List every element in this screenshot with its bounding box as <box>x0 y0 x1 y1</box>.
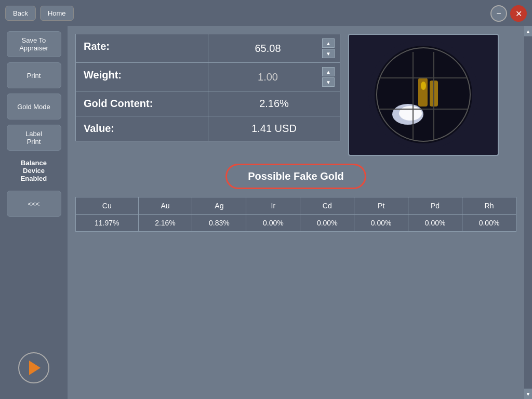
window-controls: − ✕ <box>490 5 527 22</box>
measurements-table: Rate: 65.08 ▲ ▼ Weight: 1.00 ▲ ▼ <box>75 34 340 141</box>
save-to-appraiser-button[interactable]: Save ToAppraiser <box>7 31 61 57</box>
gold-content-label: Gold Content: <box>76 91 208 116</box>
top-section: Rate: 65.08 ▲ ▼ Weight: 1.00 ▲ ▼ <box>75 34 516 156</box>
elements-table-header: Cu Au Ag Ir Cd Pt Pd Rh <box>76 197 516 215</box>
elements-header-row: Cu Au Ag Ir Cd Pt Pd Rh <box>76 197 516 215</box>
data-table: Rate: 65.08 ▲ ▼ Weight: 1.00 ▲ ▼ <box>75 34 340 156</box>
col-cd: Cd <box>300 197 354 215</box>
minimize-button[interactable]: − <box>490 5 507 22</box>
rate-value-cell: 65.08 ▲ ▼ <box>208 34 340 63</box>
weight-label: Weight: <box>76 63 208 91</box>
camera-image <box>348 34 499 156</box>
weight-value-cell: 1.00 ▲ ▼ <box>208 63 340 91</box>
scrollbar[interactable]: ▲ ▼ <box>524 26 532 399</box>
val-au: 2.16% <box>138 215 192 232</box>
scroll-track[interactable] <box>524 36 532 389</box>
close-button[interactable]: ✕ <box>510 5 527 22</box>
back-button[interactable]: Back <box>5 6 36 21</box>
sidebar: Save ToAppraiser Print Gold Mode LabelPr… <box>0 26 68 399</box>
col-ir: Ir <box>246 197 300 215</box>
val-pd: 0.00% <box>408 215 462 232</box>
elements-values-row: 11.97% 2.16% 0.83% 0.00% 0.00% 0.00% 0.0… <box>76 215 516 232</box>
main-content: Rate: 65.08 ▲ ▼ Weight: 1.00 ▲ ▼ <box>68 26 524 399</box>
weight-spinner[interactable]: ▲ ▼ <box>322 67 335 87</box>
label-print-button[interactable]: LabelPrint <box>7 125 61 151</box>
back-nav-button[interactable]: <<< <box>7 191 61 217</box>
col-pt: Pt <box>354 197 408 215</box>
balance-device-label: Balance DeviceEnabled <box>7 156 61 185</box>
value-value-cell: 1.41 USD <box>208 116 340 141</box>
play-icon <box>29 361 41 375</box>
col-ag: Ag <box>192 197 246 215</box>
val-rh: 0.00% <box>462 215 516 232</box>
play-button-container <box>18 352 49 383</box>
rate-up-button[interactable]: ▲ <box>322 38 335 48</box>
print-button[interactable]: Print <box>7 62 61 88</box>
warning-container: Possible Fake Gold <box>75 164 516 189</box>
top-bar: Back Home − ✕ <box>0 0 532 26</box>
scroll-up-arrow[interactable]: ▲ <box>524 26 532 36</box>
scroll-down-arrow[interactable]: ▼ <box>524 389 532 399</box>
rate-value: 65.08 <box>214 43 322 55</box>
col-pd: Pd <box>408 197 462 215</box>
col-cu: Cu <box>76 197 139 215</box>
gold-content-value: 2.16% <box>214 98 335 110</box>
rate-spinner[interactable]: ▲ ▼ <box>322 38 335 58</box>
rate-label: Rate: <box>76 34 208 63</box>
value-label: Value: <box>76 116 208 141</box>
val-cu: 11.97% <box>76 215 139 232</box>
col-rh: Rh <box>462 197 516 215</box>
weight-up-button[interactable]: ▲ <box>322 67 335 76</box>
play-button[interactable] <box>18 352 49 383</box>
val-ir: 0.00% <box>246 215 300 232</box>
camera-svg <box>351 36 496 153</box>
home-button[interactable]: Home <box>40 6 74 21</box>
rate-down-button[interactable]: ▼ <box>322 49 335 58</box>
weight-value: 1.00 <box>214 71 322 83</box>
col-au: Au <box>138 197 192 215</box>
elements-table-body: 11.97% 2.16% 0.83% 0.00% 0.00% 0.00% 0.0… <box>76 215 516 232</box>
val-ag: 0.83% <box>192 215 246 232</box>
svg-point-8 <box>421 82 426 90</box>
gold-content-value-cell: 2.16% <box>208 91 340 116</box>
svg-point-5 <box>399 106 422 121</box>
weight-down-button[interactable]: ▼ <box>322 77 335 87</box>
gold-mode-button[interactable]: Gold Mode <box>7 94 61 119</box>
elements-table: Cu Au Ag Ir Cd Pt Pd Rh 11.97% 2.16% 0.8… <box>75 197 516 232</box>
value-value: 1.41 USD <box>214 123 335 135</box>
val-pt: 0.00% <box>354 215 408 232</box>
val-cd: 0.00% <box>300 215 354 232</box>
warning-label: Possible Fake Gold <box>225 164 366 189</box>
